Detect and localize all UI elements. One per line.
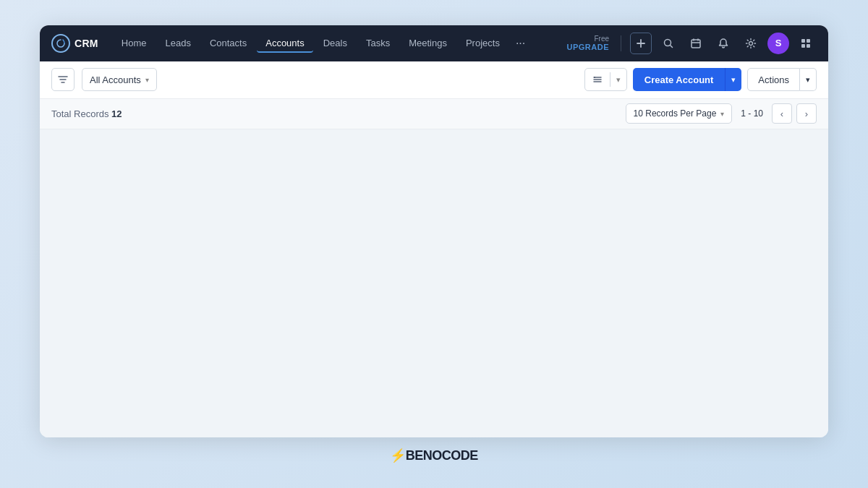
list-view-button[interactable]	[585, 68, 610, 91]
svg-rect-5	[801, 44, 805, 48]
nav-logo[interactable]: CRM	[51, 34, 98, 53]
all-accounts-chevron: ▾	[145, 76, 149, 84]
footer-brand-name: BENOCODE	[406, 448, 478, 463]
footer-brand-icon: ⚡	[390, 448, 406, 463]
svg-point-2	[749, 41, 753, 45]
per-page-chevron: ▾	[720, 110, 724, 118]
toolbar-right: ▾ Create Account ▾ Actions ▾	[584, 68, 817, 91]
filter-button[interactable]	[51, 68, 75, 91]
nav-notifications-button[interactable]	[712, 33, 734, 54]
svg-rect-1	[692, 40, 700, 48]
app-window: CRM Home Leads Contacts Accounts Deals T…	[40, 25, 828, 437]
nav-free-label: Free	[594, 35, 609, 43]
nav-more-button[interactable]: ···	[510, 33, 531, 54]
nav-item-meetings[interactable]: Meetings	[400, 33, 456, 53]
nav-items: Home Leads Contacts Accounts Deals Tasks…	[113, 33, 567, 54]
nav-grid-button[interactable]	[795, 33, 817, 54]
nav-plus-button[interactable]	[630, 33, 652, 54]
total-count: 12	[111, 108, 122, 119]
nav-logo-text: CRM	[75, 38, 98, 49]
view-toggle: ▾	[584, 68, 627, 91]
records-right: 10 Records Per Page ▾ 1 - 10 ‹ ›	[626, 103, 817, 124]
nav-item-accounts[interactable]: Accounts	[257, 33, 312, 53]
nav-item-projects[interactable]: Projects	[457, 33, 509, 53]
top-nav: CRM Home Leads Contacts Accounts Deals T…	[40, 25, 828, 61]
total-label: Total Records	[51, 108, 109, 119]
nav-avatar[interactable]: S	[767, 33, 789, 54]
actions-dropdown-button[interactable]: ▾	[800, 68, 817, 91]
nav-item-tasks[interactable]: Tasks	[357, 33, 399, 53]
actions-group: Actions ▾	[747, 68, 817, 91]
svg-rect-3	[801, 39, 805, 43]
nav-settings-button[interactable]	[740, 33, 762, 54]
toolbar: All Accounts ▾ ▾ Create Account ▾ Actio	[40, 61, 828, 99]
nav-calendar-button[interactable]	[685, 33, 707, 54]
nav-right: Free UPGRADE	[566, 33, 817, 54]
create-account-group: Create Account ▾	[633, 68, 742, 91]
all-accounts-dropdown[interactable]: All Accounts ▾	[82, 68, 157, 91]
view-toggle-chevron[interactable]: ▾	[610, 68, 626, 91]
next-page-button[interactable]: ›	[796, 103, 817, 124]
nav-item-contacts[interactable]: Contacts	[201, 33, 255, 53]
svg-rect-6	[807, 44, 810, 48]
nav-upgrade-link[interactable]: UPGRADE	[566, 43, 609, 51]
prev-page-button[interactable]: ‹	[772, 103, 792, 124]
crm-logo-icon	[51, 34, 70, 53]
nav-item-leads[interactable]: Leads	[156, 33, 199, 53]
nav-divider	[621, 35, 621, 51]
footer-brand: ⚡BENOCODE	[390, 448, 478, 463]
nav-upgrade-block: Free UPGRADE	[566, 35, 609, 51]
nav-item-home[interactable]: Home	[113, 33, 156, 53]
actions-button[interactable]: Actions	[747, 68, 800, 91]
nav-search-button[interactable]	[658, 33, 679, 54]
create-account-dropdown-button[interactable]: ▾	[725, 68, 741, 91]
svg-rect-4	[807, 39, 810, 43]
records-bar: Total Records 12 10 Records Per Page ▾ 1…	[40, 99, 828, 129]
footer-brand-text: ⚡BENOCODE	[390, 448, 478, 463]
all-accounts-label: All Accounts	[90, 74, 141, 85]
create-account-button[interactable]: Create Account	[633, 68, 726, 91]
content-area	[40, 129, 828, 437]
page-range: 1 - 10	[736, 108, 767, 119]
per-page-label: 10 Records Per Page	[634, 108, 717, 119]
per-page-dropdown[interactable]: 10 Records Per Page ▾	[626, 103, 733, 124]
svg-rect-7	[594, 77, 595, 78]
nav-item-deals[interactable]: Deals	[315, 33, 356, 53]
records-total: Total Records 12	[51, 108, 122, 119]
